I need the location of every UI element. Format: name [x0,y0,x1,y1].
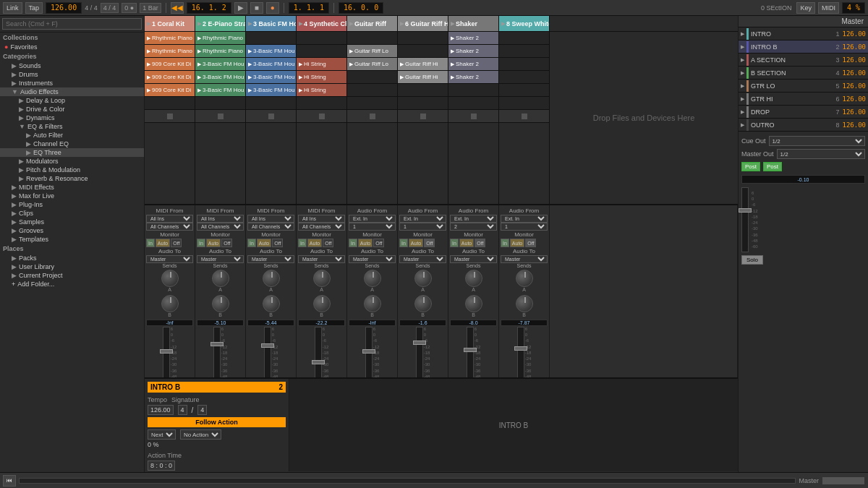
clip-empty[interactable] [297,97,346,110]
sidebar-item-pitch-mod[interactable]: ▶ Pitch & Modulation [0,166,144,174]
track-header-8[interactable]: ▶ 8 Sweep White N [499,16,550,31]
audio-to-select-6[interactable]: Master [399,255,446,263]
monitor-off-btn-1[interactable]: Off [171,239,182,247]
track-header-3[interactable]: ▶ 3 Basic FM House [246,16,297,31]
sidebar-item-templates[interactable]: ▶ Templates [0,235,144,244]
sidebar-item-user-library[interactable]: ▶ User Library [0,262,144,271]
monitor-off-btn-3[interactable]: Off [272,239,283,247]
audio-from-select-6[interactable]: Ext. In [399,215,446,223]
send-a-knob-5[interactable] [364,270,381,287]
monitor-auto-btn-6[interactable]: Auto [409,239,423,247]
send-a-knob-3[interactable] [263,270,280,287]
audio-from-select-7[interactable]: Ext. In [450,215,497,223]
monitor-auto-btn-8[interactable]: Auto [510,239,524,247]
clip-empty[interactable] [246,32,296,45]
monitor-off-btn-4[interactable]: Off [323,239,333,247]
monitor-auto-btn-2[interactable]: Auto [206,239,221,247]
scene-row-6[interactable]: ▶ GTR HI 6 126.00 [739,93,868,106]
monitor-off-btn-8[interactable]: Off [525,239,536,247]
monitor-in-btn-3[interactable]: In [247,239,256,247]
monitor-off-btn-6[interactable]: Off [424,239,435,247]
midi-from-select-4[interactable]: All Ins [298,215,345,223]
clip-cell[interactable]: ▶Hi String [297,71,346,84]
send-a-knob-2[interactable] [212,270,229,287]
tap-button[interactable]: Tap [25,2,43,14]
sidebar-item-packs[interactable]: ▶ Packs [0,254,144,262]
send-b-knob-4[interactable] [313,295,331,312]
monitor-off-btn-2[interactable]: Off [221,239,232,247]
clip-empty[interactable] [297,32,346,45]
track-header-1[interactable]: ▶ 1 Coral Kit [145,16,195,31]
clip-stop[interactable] [145,110,195,123]
send-b-knob-1[interactable] [161,295,179,312]
send-a-knob-4[interactable] [313,270,331,287]
sig-den[interactable]: 4 [197,405,207,415]
audio-to-select-2[interactable]: Master [197,255,244,263]
clip-stop[interactable] [448,110,498,123]
scene-row-1[interactable]: ▶ INTRO 1 126.00 [739,27,868,40]
clip-cell[interactable]: ▶Hi String [297,58,346,71]
search-input[interactable] [2,18,142,30]
sidebar-item-clips[interactable]: ▶ Clips [0,209,144,218]
sidebar-item-plugins[interactable]: ▶ Plug-Ins [0,200,144,209]
zoom-display[interactable]: 4 % [842,2,865,14]
no-action-dropdown[interactable]: No Action [180,429,221,440]
clip-empty[interactable] [398,84,448,97]
track-header-6[interactable]: ▶ 6 Guitar Riff Hi [398,16,448,31]
sidebar-item-modulators[interactable]: ▶ Modulators [0,157,144,166]
sidebar-item-delay-loop[interactable]: ▶ Delay & Loop [0,96,144,105]
post-button-2[interactable]: Post [763,162,782,171]
record-button[interactable]: ● [266,2,279,14]
monitor-in-btn-4[interactable]: In [298,239,307,247]
clip-empty[interactable] [499,32,549,45]
fader-thumb-8[interactable] [514,346,527,351]
clip-stop[interactable] [499,110,549,123]
send-b-knob-6[interactable] [414,295,432,312]
clip-cell[interactable]: ▶Shaker 2 [448,32,498,45]
sidebar-item-audio-effects[interactable]: ▼ Audio Effects [0,87,144,96]
fader-3[interactable] [264,327,271,377]
audio-to-select-7[interactable]: Master [450,255,497,263]
send-b-knob-8[interactable] [516,295,533,312]
stop-button[interactable]: ■ [250,2,263,14]
sig-num[interactable]: 4 [178,405,187,415]
monitor-auto-btn-7[interactable]: Auto [459,239,474,247]
monitor-in-btn-7[interactable]: In [450,239,459,247]
pos-display[interactable]: 4 / 4 [101,3,119,13]
clip-cell[interactable]: ▶3-Basic FM Hou [195,58,245,71]
audio-to-select-5[interactable]: Master [349,255,396,263]
audio-input-select-6[interactable]: 1 [399,223,446,231]
audio-to-select-3[interactable]: Master [247,255,294,263]
send-a-knob-1[interactable] [161,270,179,287]
fader-thumb-1[interactable] [160,349,173,354]
sidebar-item-samples[interactable]: ▶ Samples [0,218,144,226]
send-a-knob-8[interactable] [516,270,533,287]
clip-empty[interactable] [499,45,549,58]
clip-cell[interactable]: ▶Shaker 2 [448,45,498,58]
follow-action-button[interactable]: Follow Action [148,417,286,427]
clip-cell[interactable]: ▶3-Basic FM Hou [195,84,245,97]
clip-cell[interactable]: ▶Hi String [297,84,346,97]
send-b-knob-5[interactable] [364,295,381,312]
clip-cell[interactable]: ▶Rhythmic Piano [145,45,195,58]
clip-empty[interactable] [499,71,549,84]
master-fader-thumb[interactable] [739,208,752,213]
fader-2[interactable] [213,327,221,377]
monitor-auto-btn-1[interactable]: Auto [156,239,170,247]
fader-1[interactable] [163,327,170,377]
action-time-value[interactable]: 8 : 0 : 0 [148,461,175,471]
fader-8[interactable] [517,327,524,377]
sidebar-item-auto-filter[interactable]: ▶ Auto Filter [0,131,144,140]
sidebar-item-eq-three[interactable]: ▶ EQ Three [0,148,144,157]
monitor-off-btn-5[interactable]: Off [373,239,384,247]
post-button-1[interactable]: Post [741,162,760,171]
midi-channel-select-3[interactable]: All Channels [247,223,294,231]
send-b-knob-2[interactable] [212,295,229,312]
midi-from-select-3[interactable]: All Ins [247,215,294,223]
monitor-off-btn-7[interactable]: Off [475,239,485,247]
clip-stop[interactable] [347,110,397,123]
clip-cell[interactable]: ▶Shaker 2 [448,58,498,71]
sidebar-item-sounds[interactable]: ▶ Sounds [0,61,144,70]
monitor-in-btn-2[interactable]: In [197,239,205,247]
monitor-in-btn-8[interactable]: In [501,239,509,247]
